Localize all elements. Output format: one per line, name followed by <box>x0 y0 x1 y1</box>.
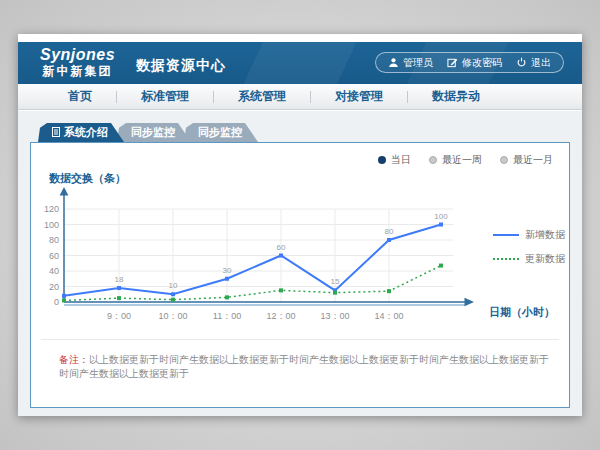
line-dotted-swatch-icon <box>493 258 519 260</box>
radio-selected-icon <box>378 156 386 164</box>
footnote-text: 以上数据更新于时间产生数据以上数据更新于时间产生数据以上数据更新于时间产生数据以… <box>59 354 549 379</box>
svg-text:13：00: 13：00 <box>320 311 349 321</box>
legend-label: 更新数据 <box>525 252 565 266</box>
user-menu: 管理员 修改密码 退出 <box>375 52 564 73</box>
time-range-filter: 当日 最近一周 最近一月 <box>378 153 553 167</box>
tab-label: 系统介绍 <box>64 125 108 140</box>
radio-unselected-icon <box>429 156 437 164</box>
nav-item-home[interactable]: 首页 <box>44 88 116 105</box>
svg-text:0: 0 <box>54 297 59 307</box>
line-solid-swatch-icon <box>493 234 519 236</box>
nav-item-system-mgmt[interactable]: 系统管理 <box>214 88 310 105</box>
legend-item-new-data[interactable]: 新增数据 <box>493 228 565 242</box>
svg-text:10: 10 <box>169 281 178 290</box>
tab-system-intro[interactable]: 系统介绍 <box>38 123 124 142</box>
power-icon <box>516 57 527 68</box>
footnote-prefix: 备注： <box>59 354 89 365</box>
svg-text:18: 18 <box>115 275 124 284</box>
range-option-last-week[interactable]: 最近一周 <box>429 153 482 167</box>
x-axis-title: 日期（小时） <box>489 305 555 320</box>
svg-text:10：00: 10：00 <box>158 311 187 321</box>
nav-item-data-change[interactable]: 数据异动 <box>408 88 504 105</box>
logout-button[interactable]: 退出 <box>516 56 551 70</box>
horizontal-divider <box>41 339 559 340</box>
content-area: 系统介绍 同步监控 同步监控 当日 最近一周 <box>18 111 582 416</box>
edit-icon <box>447 57 458 68</box>
range-option-label: 当日 <box>391 153 411 167</box>
change-password-label: 修改密码 <box>462 56 502 70</box>
range-option-label: 最近一周 <box>442 153 482 167</box>
change-password-button[interactable]: 修改密码 <box>447 56 502 70</box>
svg-text:11：00: 11：00 <box>213 311 241 321</box>
svg-text:100: 100 <box>44 220 59 230</box>
radio-unselected-icon <box>500 156 508 164</box>
nav-item-interface-mgmt[interactable]: 对接管理 <box>311 88 407 105</box>
tab-sync-monitor-1[interactable]: 同步监控 <box>117 123 191 142</box>
svg-text:80: 80 <box>385 227 394 236</box>
logo-text-en: Synjones <box>40 46 115 64</box>
svg-text:60: 60 <box>49 251 59 261</box>
series-legend: 新增数据 更新数据 <box>493 228 565 266</box>
svg-text:30: 30 <box>223 266 232 275</box>
page-title: 数据资源中心 <box>136 57 226 75</box>
footnote: 备注：以上数据更新于时间产生数据以上数据更新于时间产生数据以上数据更新于时间产生… <box>59 353 553 381</box>
range-option-today[interactable]: 当日 <box>378 153 411 167</box>
legend-label: 新增数据 <box>525 228 565 242</box>
svg-text:100: 100 <box>434 212 448 221</box>
svg-text:120: 120 <box>44 204 59 214</box>
svg-text:12：00: 12：00 <box>266 311 295 321</box>
svg-text:15: 15 <box>331 277 340 286</box>
range-option-label: 最近一月 <box>513 153 553 167</box>
main-nav: 首页 标准管理 系统管理 对接管理 数据异动 <box>18 84 582 110</box>
nav-item-standard-mgmt[interactable]: 标准管理 <box>117 88 213 105</box>
user-icon <box>388 57 399 68</box>
current-user-label: 管理员 <box>403 56 433 70</box>
y-axis-title: 数据交换（条） <box>49 171 126 186</box>
svg-text:60: 60 <box>277 243 286 252</box>
current-user-button[interactable]: 管理员 <box>388 56 433 70</box>
desktop-background: Synjones 新中新集团 数据资源中心 管理员 修改密码 退出 <box>0 0 600 450</box>
tab-label: 同步监控 <box>198 125 242 140</box>
logo-text-cn: 新中新集团 <box>40 64 115 78</box>
legend-item-updated-data[interactable]: 更新数据 <box>493 252 565 266</box>
range-option-last-month[interactable]: 最近一月 <box>500 153 553 167</box>
logout-label: 退出 <box>531 56 551 70</box>
svg-text:9：00: 9：00 <box>107 311 131 321</box>
tab-bar: 系统介绍 同步监控 同步监控 <box>38 123 258 142</box>
svg-text:14：00: 14：00 <box>374 311 403 321</box>
line-chart: 0204060801001209：0010：0011：0012：0013：001… <box>31 186 491 321</box>
chart-panel: 当日 最近一周 最近一月 数据交换（条） 0204060801001209：00… <box>30 142 570 408</box>
company-logo: Synjones 新中新集团 <box>40 46 115 78</box>
app-window: Synjones 新中新集团 数据资源中心 管理员 修改密码 退出 <box>18 34 582 416</box>
svg-text:80: 80 <box>49 235 59 245</box>
document-icon <box>52 127 60 139</box>
svg-text:20: 20 <box>49 282 59 292</box>
svg-text:40: 40 <box>49 266 59 276</box>
tab-sync-monitor-2[interactable]: 同步监控 <box>184 123 258 142</box>
tab-label: 同步监控 <box>131 125 175 140</box>
app-header: Synjones 新中新集团 数据资源中心 管理员 修改密码 退出 <box>18 42 582 84</box>
